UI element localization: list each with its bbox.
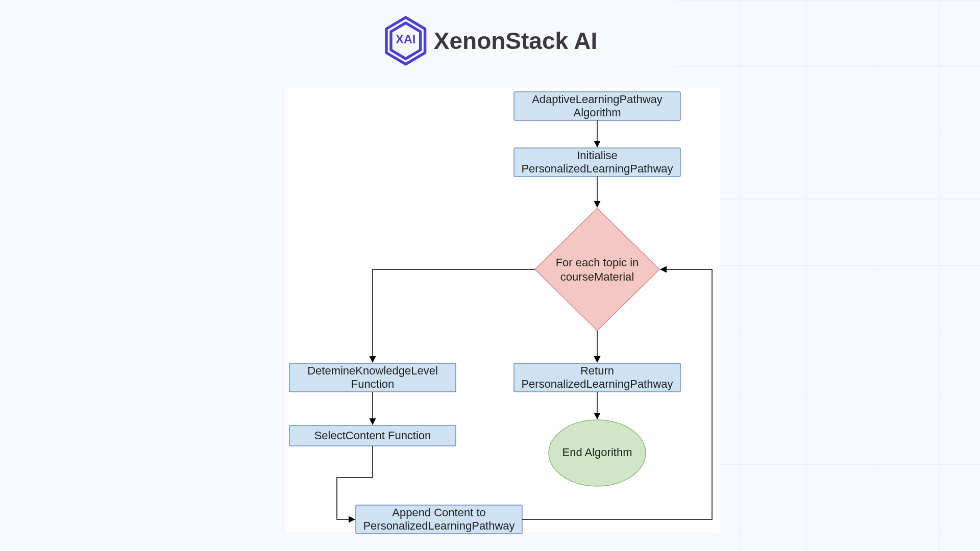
node-select: SelectContent Function xyxy=(289,425,456,446)
node-return: Return PersonalizedLearningPathway xyxy=(514,363,680,392)
node-append-line1: Append Content to xyxy=(392,506,485,519)
node-determine-line1: DetemineKnowledgeLevel xyxy=(307,364,438,377)
node-start-line1: AdaptiveLearningPathway xyxy=(532,93,663,106)
node-append: Append Content to PersonalizedLearningPa… xyxy=(356,505,522,534)
node-init: Initialise PersonalizedLearningPathway xyxy=(514,148,680,177)
node-end-line1: End Algorithm xyxy=(562,446,632,459)
node-determine: DetemineKnowledgeLevel Function xyxy=(289,363,456,392)
brand-logo-icon: XAI xyxy=(383,15,429,66)
node-select-line1: SelectContent Function xyxy=(314,429,431,442)
node-return-line1: Return xyxy=(580,364,614,377)
node-loop-line1: For each topic in xyxy=(556,256,639,269)
background-grid-right xyxy=(674,0,980,551)
node-start: AdaptiveLearningPathway Algorithm xyxy=(514,92,680,120)
node-return-line2: PersonalizedLearningPathway xyxy=(521,378,673,390)
node-loop: For each topic in courseMaterial xyxy=(535,208,659,331)
flowchart-diagram: AdaptiveLearningPathway Algorithm Initia… xyxy=(286,88,720,532)
svg-marker-4 xyxy=(535,208,659,331)
brand-header: XAI XenonStack AI xyxy=(383,15,597,66)
edge-loop-determine xyxy=(373,269,535,362)
node-end: End Algorithm xyxy=(549,420,646,486)
background-grid-left xyxy=(0,0,204,551)
brand-name: XenonStack AI xyxy=(434,27,597,55)
node-start-line2: Algorithm xyxy=(574,106,621,119)
node-init-line1: Initialise xyxy=(577,149,617,162)
node-init-line2: PersonalizedLearningPathway xyxy=(521,162,673,175)
brand-logo-mark: XAI xyxy=(396,33,415,46)
node-loop-line2: courseMaterial xyxy=(560,270,634,283)
node-determine-line2: Function xyxy=(351,378,394,390)
node-append-line2: PersonalizedLearningPathway xyxy=(363,519,514,532)
